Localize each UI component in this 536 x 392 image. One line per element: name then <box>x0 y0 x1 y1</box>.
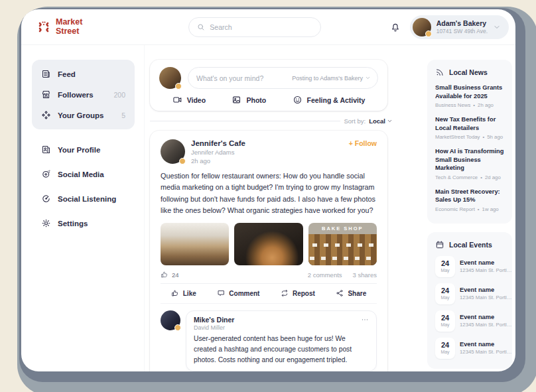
sort-row: Sort by: Local <box>150 117 393 125</box>
post-actions: Like Comment Repost Share <box>161 284 377 304</box>
repost-label: Repost <box>293 290 315 297</box>
repost-button[interactable]: Repost <box>281 289 315 297</box>
sidebar-item-settings[interactable]: Settings <box>32 211 135 235</box>
composer-input-wrap: Posting to Adams's Bakery <box>188 67 378 89</box>
dot-separator: • <box>480 174 482 180</box>
news-time: 2h ago <box>478 102 494 108</box>
like-count[interactable]: 24 <box>161 271 179 279</box>
feed-icon <box>41 69 51 79</box>
avatar-badge <box>174 324 181 331</box>
news-item[interactable]: New Tax Benefits for Local Retailers Mar… <box>435 115 504 140</box>
account-info: Adam's Bakery 10741 SW 49th Ave. <box>436 19 488 34</box>
posting-to-dropdown[interactable]: Posting to Adams's Bakery <box>292 75 371 82</box>
sidebar-item-feed[interactable]: Feed <box>37 64 129 84</box>
settings-gear-icon <box>41 218 51 228</box>
event-date-badge: 24 May <box>435 338 455 359</box>
share-label: Share <box>348 290 366 297</box>
main-area: Feed Followers 200 Your Groups 5 Your <box>21 45 515 371</box>
event-day: 24 <box>441 342 449 349</box>
sidebar-item-count: 5 <box>121 111 125 119</box>
repost-icon <box>281 289 289 297</box>
feeling-activity-label: Feeling & Activity <box>307 96 366 104</box>
event-day: 24 <box>441 260 449 267</box>
event-month: May <box>440 350 449 354</box>
follow-button[interactable]: + Follow <box>349 139 377 164</box>
news-source: Economic Report <box>435 206 475 212</box>
sidebar-item-followers[interactable]: Followers 200 <box>37 84 129 105</box>
news-headline: New Tax Benefits for Local Retailers <box>435 115 504 132</box>
dot-separator: • <box>478 206 480 212</box>
sidebar-item-social-listening[interactable]: Social Listening <box>32 186 135 211</box>
event-item[interactable]: 24 May Event name 12345 Main St. Portlan… <box>435 283 504 304</box>
thumbs-up-icon <box>171 289 179 297</box>
event-info: Event name 12345 Main St. Portland, OR.. <box>460 314 514 328</box>
sort-value: Local <box>369 117 385 125</box>
sidebar-item-your-groups[interactable]: Your Groups 5 <box>37 105 129 125</box>
news-item[interactable]: How AI is Transforming Small Business Ma… <box>435 147 504 180</box>
comment-avatar[interactable] <box>161 310 180 330</box>
event-item[interactable]: 24 May Event name 12345 Main St. Portlan… <box>435 338 504 359</box>
event-item[interactable]: 24 May Event name 12345 Main St. Portlan… <box>435 256 504 277</box>
comment-button[interactable]: Comment <box>217 289 259 297</box>
event-address: 12345 Main St. Portland, OR.. <box>460 349 514 355</box>
comments-count[interactable]: 2 comments <box>308 271 342 279</box>
dot-separator: • <box>473 102 475 108</box>
chevron-down-icon <box>365 75 371 81</box>
account-name: Adam's Bakery <box>436 19 488 27</box>
shares-count[interactable]: 3 shares <box>353 271 377 279</box>
photo-button[interactable]: Photo <box>232 95 266 105</box>
calendar-icon <box>435 240 444 249</box>
search-bar[interactable] <box>188 17 321 37</box>
news-item[interactable]: Small Business Grants Available for 2025… <box>435 84 504 108</box>
social-media-icon <box>41 169 51 179</box>
sidebar-item-label: Followers <box>58 91 94 99</box>
post-text: Question for fellow restaurant owners: H… <box>161 170 377 216</box>
like-button[interactable]: Like <box>171 289 196 297</box>
post-photos: BAKE SHOP <box>161 223 377 265</box>
comment-business-name[interactable]: Mike's Diner <box>194 316 234 324</box>
profile-icon <box>41 145 51 155</box>
followers-icon <box>41 90 51 99</box>
post-composer: Posting to Adams's Bakery Video Photo <box>150 60 387 111</box>
sidebar-item-social-media[interactable]: Social Media <box>32 162 135 186</box>
market-street-logo-icon <box>36 19 52 35</box>
sidebar-item-count: 200 <box>113 91 125 99</box>
sort-by-label: Sort by: <box>344 117 366 125</box>
sidebar-item-your-profile[interactable]: Your Profile <box>32 137 135 162</box>
news-source: MarketStreet Today <box>435 134 480 140</box>
account-switcher[interactable]: Adam's Bakery 10741 SW 49th Ave. <box>410 15 509 39</box>
event-address: 12345 Main St. Portland, OR.. <box>460 322 514 328</box>
post-author-info: Jennifer's Cafe Jennifer Adams 2h ago <box>191 139 245 164</box>
more-options-icon[interactable] <box>361 316 369 324</box>
bake-shop-sign: BAKE SHOP <box>308 223 377 234</box>
post-photo-bread-display[interactable] <box>234 223 302 265</box>
video-button[interactable]: Video <box>172 95 206 105</box>
feeling-activity-button[interactable]: Feeling & Activity <box>293 95 366 105</box>
local-events-title: Local Events <box>449 241 492 249</box>
post-photo-bakery-interior[interactable] <box>161 223 229 265</box>
brand-logo[interactable]: Market Street <box>36 18 82 35</box>
left-sidebar: Feed Followers 200 Your Groups 5 Your <box>21 45 145 371</box>
news-time: 5h ago <box>487 134 503 140</box>
local-news-panel: Local News Small Business Grants Availab… <box>427 60 512 224</box>
right-rail: Local News Small Business Grants Availab… <box>427 45 515 371</box>
divider <box>150 121 340 121</box>
post-author-avatar[interactable] <box>161 139 185 164</box>
notifications-bell-icon[interactable] <box>390 22 401 33</box>
sort-select[interactable]: Local <box>369 117 393 125</box>
avatar-badge <box>175 83 182 90</box>
event-date-badge: 24 May <box>435 310 455 332</box>
like-label: Like <box>183 290 196 297</box>
event-info: Event name 12345 Main St. Portland, OR.. <box>460 287 514 300</box>
post-business-name[interactable]: Jennifer's Cafe <box>191 139 245 147</box>
event-item[interactable]: 24 May Event name 12345 Main St. Portlan… <box>435 310 504 332</box>
composer-input[interactable] <box>196 74 288 82</box>
sidebar-item-label: Social Media <box>58 170 104 178</box>
post-photo-bake-shop[interactable]: BAKE SHOP <box>308 223 377 265</box>
chevron-down-icon <box>387 118 393 124</box>
news-headline: Main Street Recovery: Sales Up 15% <box>435 188 504 204</box>
share-icon <box>336 289 344 297</box>
news-item[interactable]: Main Street Recovery: Sales Up 15% Econo… <box>435 188 504 212</box>
search-input[interactable] <box>210 23 312 31</box>
share-button[interactable]: Share <box>336 289 366 297</box>
